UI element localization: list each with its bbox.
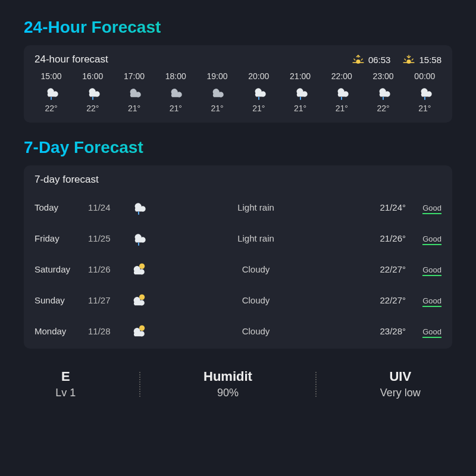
day-temps: 21/26° (352, 233, 406, 243)
hour-time: 21:00 (290, 71, 311, 81)
hour-time: 20:00 (248, 71, 269, 81)
hour-temp: 21° (294, 104, 306, 113)
day-date: 11/28 (88, 326, 130, 336)
sun-times: 06:53 15:58 (352, 55, 441, 65)
weather-cloud-sun-icon (130, 261, 148, 277)
bottom-stats: E Lv 1 Humidit 90% UIV Very low (24, 364, 452, 399)
svg-line-9 (412, 59, 414, 60)
svg-line-4 (361, 59, 362, 60)
sunrise-time: 06:53 (368, 55, 391, 65)
hour-col[interactable]: 20:0021° (242, 71, 275, 113)
hour-col[interactable]: 23:0022° (367, 71, 400, 113)
divider (139, 372, 140, 397)
hour-time: 00:00 (414, 71, 435, 81)
weather-rain-icon (84, 84, 102, 100)
weather-rain-icon (374, 84, 392, 100)
air-quality-badge: Good (406, 295, 441, 305)
hour-col[interactable]: 00:0021° (408, 71, 441, 113)
humidity-stat: Humidit 90% (203, 369, 252, 399)
hour-time: 17:00 (124, 71, 145, 81)
day-name: Today (35, 202, 88, 212)
day-name: Friday (35, 233, 88, 243)
hour-col[interactable]: 21:0021° (284, 71, 317, 113)
weather-rain-icon (130, 230, 148, 246)
hour-temp: 21° (418, 104, 431, 113)
weather-rain-icon (333, 84, 350, 100)
uv-stat: UIV Very low (380, 369, 421, 399)
hour-col[interactable]: 22:0021° (325, 71, 358, 113)
weather-rain-icon (130, 199, 148, 215)
day-row[interactable]: Monday11/28Cloudy23/28°Good (35, 315, 441, 346)
day-condition: Cloudy (159, 326, 352, 336)
day-condition: Cloudy (159, 264, 352, 274)
day-date: 11/25 (88, 233, 130, 243)
weather-cloud-sun-icon (130, 323, 148, 339)
hour-col[interactable]: 15:0022° (35, 71, 68, 113)
sunset: 15:58 (402, 55, 441, 65)
day-name: Sunday (35, 295, 88, 305)
hourly-card-label: 24-hour forecast (35, 54, 108, 65)
hour-time: 15:00 (40, 71, 61, 81)
hour-temp: 21° (128, 104, 140, 113)
air-quality-badge: Good (406, 233, 441, 243)
divider (315, 372, 317, 397)
day-temps: 22/27° (352, 264, 406, 274)
hour-temp: 21° (252, 104, 265, 113)
sunrise: 06:53 (352, 55, 391, 65)
wind-label: E (61, 369, 70, 384)
uv-label: UIV (389, 369, 411, 384)
day-condition: Light rain (159, 233, 352, 243)
weather-cloud-icon (126, 84, 143, 100)
hour-temp: 22° (377, 104, 390, 113)
hour-time: 19:00 (207, 71, 228, 81)
daily-rows: Today11/24Light rain21/24°GoodFriday11/2… (35, 192, 441, 346)
day-condition: Light rain (159, 202, 352, 212)
hour-temp: 21° (211, 104, 223, 113)
hourly-forecast-card: 24-hour forecast 06:53 (24, 45, 452, 123)
day-date: 11/26 (88, 264, 130, 274)
day-row[interactable]: Sunday11/27Cloudy22/27°Good (35, 284, 441, 315)
section-title-hourly: 24-Hour Forecast (24, 18, 452, 37)
day-date: 11/24 (88, 202, 130, 212)
humidity-value: 90% (217, 387, 239, 399)
day-condition: Cloudy (159, 295, 352, 305)
weather-rain-icon (292, 84, 309, 100)
day-row[interactable]: Saturday11/26Cloudy22/27°Good (35, 253, 441, 284)
day-date: 11/27 (88, 295, 130, 305)
hour-time: 16:00 (82, 71, 103, 81)
svg-point-5 (407, 60, 411, 64)
day-row[interactable]: Today11/24Light rain21/24°Good (35, 192, 441, 223)
section-title-daily: 7-Day Forecast (24, 138, 452, 157)
hour-col[interactable]: 17:0021° (118, 71, 151, 113)
weather-cloud-icon (208, 84, 226, 100)
uv-value: Very low (380, 387, 421, 399)
air-quality-badge: Good (406, 202, 441, 212)
day-row[interactable]: Friday11/25Light rain21/26°Good (35, 223, 441, 253)
hour-time: 23:00 (373, 71, 394, 81)
hour-temp: 21° (170, 104, 182, 113)
sunrise-icon (352, 55, 365, 64)
hour-time: 22:00 (331, 71, 352, 81)
day-temps: 22/27° (352, 295, 406, 305)
hour-time: 18:00 (165, 71, 186, 81)
hour-temp: 21° (336, 104, 348, 113)
weather-cloud-icon (167, 84, 184, 100)
day-name: Monday (35, 326, 88, 336)
svg-line-3 (354, 59, 355, 60)
hour-col[interactable]: 18:0021° (159, 71, 192, 113)
svg-line-8 (405, 59, 406, 60)
hourly-row[interactable]: 15:0022°16:0022°17:0021°18:0021°19:0021°… (35, 71, 441, 113)
hour-temp: 22° (86, 104, 99, 113)
daily-forecast-card: 7-day forecast Today11/24Light rain21/24… (24, 165, 452, 349)
day-temps: 23/28° (352, 326, 406, 336)
humidity-label: Humidit (203, 369, 252, 384)
weather-rain-icon (416, 84, 434, 100)
svg-point-0 (356, 60, 360, 64)
day-temps: 21/24° (352, 202, 406, 212)
wind-stat: E Lv 1 (55, 369, 76, 399)
hour-temp: 22° (45, 104, 57, 113)
hour-col[interactable]: 19:0021° (201, 71, 234, 113)
hour-col[interactable]: 16:0022° (76, 71, 109, 113)
air-quality-badge: Good (406, 326, 441, 336)
weather-rain-icon (42, 84, 60, 100)
